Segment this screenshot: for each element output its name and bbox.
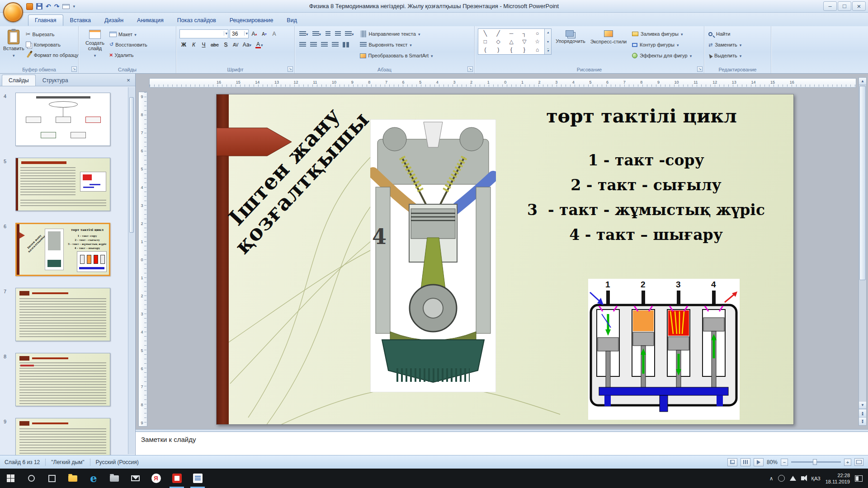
tab-home[interactable]: Главная (28, 14, 63, 26)
shape-effects-button[interactable]: Эффекты для фигур (632, 51, 692, 60)
cycle-text-block[interactable]: 1 - такт -сору2 - такт - сығылу3 - такт … (528, 148, 764, 247)
arrange-button[interactable]: Упорядочить (552, 28, 590, 44)
close-pane-icon[interactable] (124, 76, 132, 84)
shape-icon[interactable] (510, 47, 512, 53)
font-name-combo[interactable] (179, 29, 228, 38)
paste-button[interactable]: Вставить (3, 28, 24, 58)
tray-expand-icon[interactable] (769, 475, 774, 482)
slide-thumbnail-8[interactable] (15, 353, 110, 406)
notes-pane[interactable]: Заметки к слайду (136, 432, 868, 455)
engine-cutaway-image[interactable] (370, 119, 496, 392)
close-button[interactable] (852, 1, 866, 11)
shape-icon[interactable] (524, 47, 525, 53)
shapes-gallery-scrollbar[interactable] (545, 28, 552, 55)
slide-thumbnail-4[interactable] (15, 93, 110, 146)
tab-slides-pane[interactable]: Слайды (2, 75, 36, 86)
thumbnails-scrollbar[interactable] (128, 87, 135, 454)
character-spacing-button[interactable]: AV (231, 40, 240, 49)
search-button[interactable] (21, 469, 42, 488)
quick-styles-button[interactable]: Экспресс-стили (590, 28, 627, 44)
task-view-button[interactable] (42, 469, 62, 488)
shape-fill-button[interactable]: Заливка фигуры (632, 29, 692, 38)
shape-icon[interactable] (484, 47, 486, 53)
clock[interactable]: 22:28 18.11.2019 (826, 472, 850, 485)
zoom-out-button[interactable]: − (781, 459, 788, 466)
document-app-button[interactable] (187, 469, 208, 488)
delete-slide-button[interactable]: Удалить (108, 50, 149, 60)
find-button[interactable]: Найти (708, 29, 741, 38)
tab-insert[interactable]: Вставка (63, 14, 98, 26)
align-text-button[interactable]: Выровнять текст (360, 40, 433, 49)
shape-icon[interactable] (496, 38, 500, 45)
shape-icon[interactable] (484, 30, 487, 37)
columns-button[interactable] (341, 40, 350, 49)
slide-thumbnail-6-selected[interactable]: Іштен жану қозғалтқышы төрт тактілі цикл… (15, 223, 110, 276)
grow-font-button[interactable] (250, 29, 259, 38)
shape-icon[interactable] (523, 30, 527, 37)
thumbnails-scrollbar-thumb[interactable] (129, 97, 134, 233)
replace-button[interactable]: Заменить (708, 40, 741, 49)
bold-button[interactable]: Ж (179, 40, 188, 49)
next-slide-button[interactable]: ▼▼ (859, 417, 866, 425)
tab-design[interactable]: Дизайн (98, 14, 130, 26)
smartart-button[interactable]: Преобразовать в SmartArt (360, 51, 433, 60)
increase-indent-button[interactable] (334, 29, 342, 38)
shape-icon[interactable] (536, 30, 539, 37)
clipboard-dialog-launcher[interactable] (71, 66, 77, 72)
numbering-button[interactable] (311, 29, 323, 38)
zoom-in-button[interactable]: + (844, 459, 851, 466)
maximize-button[interactable] (838, 1, 851, 11)
underline-button[interactable]: Ч (199, 40, 208, 49)
shape-outline-button[interactable]: Контур фигуры (632, 40, 692, 49)
edge-button[interactable]: e (83, 469, 104, 488)
scroll-down-button[interactable] (859, 402, 866, 409)
justify-button[interactable] (330, 40, 340, 49)
speaker-icon[interactable] (801, 476, 804, 480)
shrink-font-button[interactable] (260, 29, 269, 38)
slide-editing-surface[interactable]: Іштен жану қозғалтқышы (216, 94, 794, 425)
office-button[interactable] (3, 2, 23, 22)
canvas-scrollbar[interactable]: ▲▲ ▼▼ (859, 77, 867, 426)
yandex-button[interactable]: Я (146, 469, 166, 488)
align-center-button[interactable] (309, 40, 318, 49)
shape-icon[interactable] (536, 47, 539, 53)
normal-view-button[interactable] (727, 458, 737, 466)
drawing-dialog-launcher[interactable] (697, 66, 703, 72)
layout-button[interactable]: Макет (108, 29, 149, 39)
action-center-icon[interactable] (855, 475, 863, 482)
shape-icon[interactable] (522, 38, 526, 45)
four-cylinder-diagram[interactable]: 1234 (588, 279, 740, 420)
slide-thumbnail-9[interactable] (15, 418, 110, 455)
fit-to-window-button[interactable] (854, 458, 863, 466)
format-painter-button[interactable]: Формат по образцу (24, 50, 80, 60)
italic-button[interactable]: К (189, 40, 198, 49)
align-left-button[interactable] (298, 40, 307, 49)
shape-icon[interactable] (497, 30, 500, 37)
cut-button[interactable]: Вырезать (24, 29, 80, 39)
text-direction-button[interactable]: Направление текста (360, 29, 433, 38)
copy-button[interactable]: Копировать (24, 40, 80, 49)
clear-formatting-button[interactable] (270, 29, 278, 38)
file-explorer-button[interactable] (62, 469, 83, 488)
decrease-indent-button[interactable] (324, 29, 332, 38)
previous-slide-button[interactable]: ▲▲ (859, 409, 866, 417)
red-app-button[interactable] (166, 469, 187, 488)
slideshow-view-button[interactable] (754, 458, 764, 466)
tab-slideshow[interactable]: Показ слайдов (170, 14, 223, 26)
shape-icon[interactable] (497, 47, 499, 53)
font-dialog-launcher[interactable] (288, 66, 293, 72)
text-shadow-button[interactable]: S (222, 40, 230, 49)
shape-icon[interactable] (509, 38, 513, 45)
tab-view[interactable]: Вид (280, 14, 304, 26)
tab-review[interactable]: Рецензирование (223, 14, 280, 26)
language-indicator[interactable]: Русский (Россия) (96, 459, 139, 465)
network-icon[interactable] (790, 476, 796, 481)
scroll-up-button[interactable] (859, 78, 866, 85)
tab-outline-pane[interactable]: Структура (36, 75, 75, 86)
shape-icon[interactable] (509, 30, 514, 37)
align-right-button[interactable] (320, 40, 329, 49)
shape-icon[interactable] (535, 38, 540, 45)
shapes-gallery[interactable] (478, 28, 545, 55)
font-color-button[interactable]: А (254, 40, 264, 49)
start-button[interactable] (0, 469, 21, 488)
